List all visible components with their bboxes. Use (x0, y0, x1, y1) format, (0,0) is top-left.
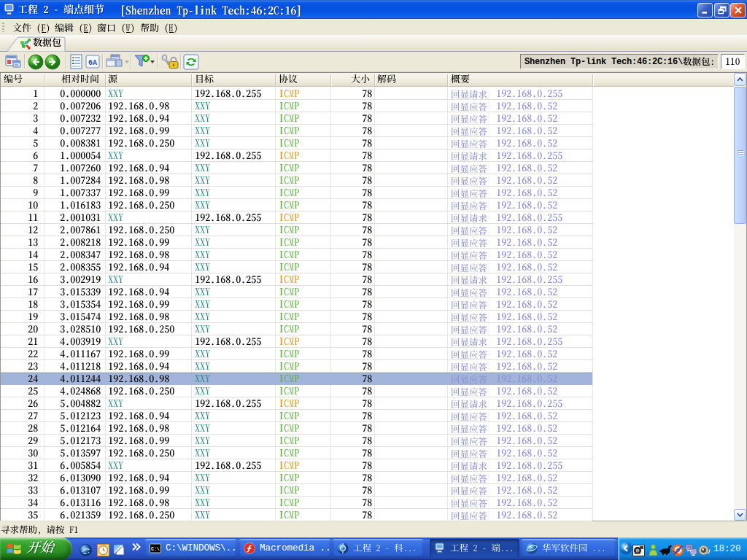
svg-text:C:\: C:\ (151, 547, 160, 552)
svg-text:6A: 6A (88, 59, 97, 67)
